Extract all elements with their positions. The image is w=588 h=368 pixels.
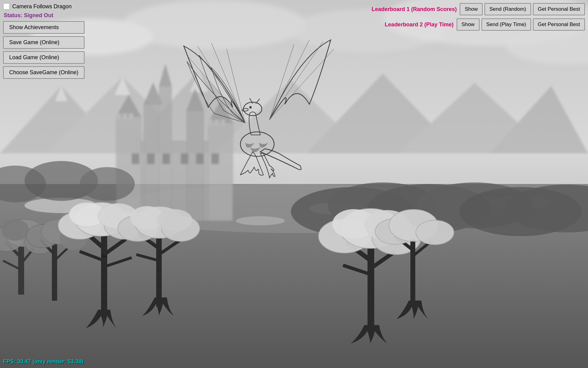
top-left-panel: Camera Follows Dragon Status: Signed Out…	[3, 3, 85, 79]
svg-rect-39	[196, 153, 204, 164]
show-achievements-button[interactable]: Show Achievements	[3, 21, 85, 34]
leaderboard2-send-button[interactable]: Send (Play Time)	[481, 18, 531, 31]
svg-rect-37	[162, 153, 170, 164]
svg-point-54	[2, 219, 29, 241]
svg-rect-38	[181, 153, 188, 164]
svg-point-104	[416, 220, 454, 245]
svg-rect-36	[147, 153, 155, 164]
svg-point-2	[123, 0, 306, 49]
camera-follows-row: Camera Follows Dragon	[3, 3, 85, 10]
leaderboard2-label: Leaderboard 2 (Play Time)	[385, 21, 454, 28]
svg-rect-41	[116, 113, 121, 120]
svg-rect-43	[129, 113, 133, 120]
svg-rect-55	[52, 239, 57, 301]
svg-rect-42	[123, 113, 127, 120]
leaderboard2-get-button[interactable]: Get Personal Best	[533, 18, 585, 31]
leaderboard1-label: Leaderboard 1 (Random Scores)	[371, 6, 457, 13]
svg-point-23	[236, 216, 285, 225]
status-text: Status: Signed Out	[3, 12, 85, 19]
svg-rect-40	[211, 153, 219, 164]
leaderboard2-show-button[interactable]: Show	[457, 18, 480, 31]
top-right-panel: Leaderboard 1 (Random Scores) Show Send …	[371, 3, 585, 31]
svg-point-83	[157, 209, 192, 231]
leaderboard1-get-button[interactable]: Get Personal Best	[533, 3, 585, 15]
camera-follows-checkbox[interactable]	[3, 3, 10, 10]
load-game-button[interactable]: Load Game (Online)	[3, 51, 85, 64]
svg-rect-28	[187, 110, 204, 221]
svg-rect-46	[221, 120, 225, 126]
svg-point-116	[250, 107, 251, 108]
save-game-button[interactable]: Save Game (Online)	[3, 36, 85, 49]
svg-rect-26	[208, 123, 233, 221]
svg-rect-45	[214, 120, 219, 126]
leaderboard2-row: Leaderboard 2 (Play Time) Show Send (Pla…	[371, 18, 585, 31]
choose-savegame-button[interactable]: Choose SaveGame (Online)	[3, 66, 85, 79]
svg-point-63	[80, 167, 135, 201]
camera-follows-label: Camera Follows Dragon	[12, 3, 72, 10]
svg-rect-35	[132, 153, 139, 164]
svg-rect-47	[18, 239, 24, 294]
leaderboard1-row: Leaderboard 1 (Random Scores) Show Send …	[371, 3, 585, 15]
leaderboard1-send-button[interactable]: Send (Random)	[484, 3, 531, 15]
leaderboard1-show-button[interactable]: Show	[460, 3, 483, 15]
svg-rect-44	[208, 120, 213, 126]
